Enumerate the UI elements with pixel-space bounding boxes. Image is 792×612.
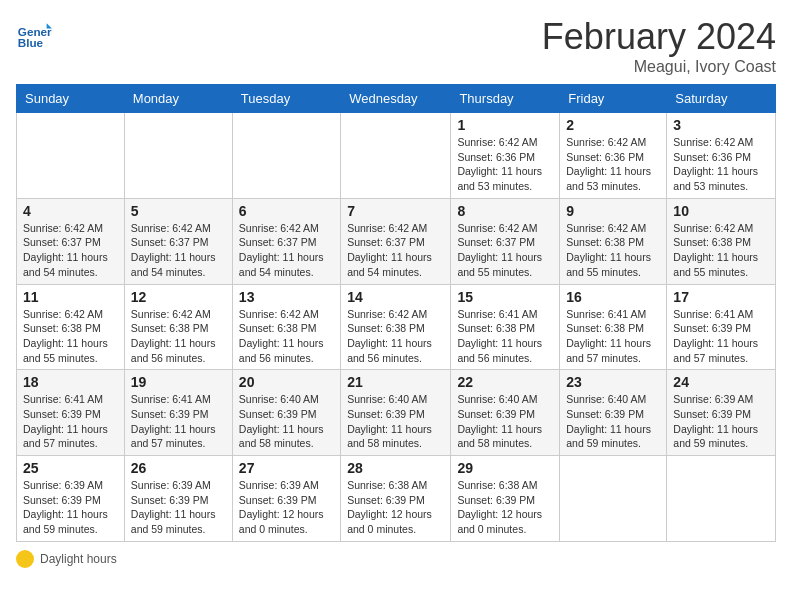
- day-info: Sunrise: 6:40 AM Sunset: 6:39 PM Dayligh…: [239, 392, 334, 451]
- calendar-cell: 3Sunrise: 6:42 AM Sunset: 6:36 PM Daylig…: [667, 113, 776, 199]
- calendar-cell: 27Sunrise: 6:39 AM Sunset: 6:39 PM Dayli…: [232, 456, 340, 542]
- calendar-cell: 7Sunrise: 6:42 AM Sunset: 6:37 PM Daylig…: [341, 198, 451, 284]
- calendar-cell: [667, 456, 776, 542]
- day-number: 14: [347, 289, 444, 305]
- calendar-cell: [17, 113, 125, 199]
- day-number: 13: [239, 289, 334, 305]
- day-number: 2: [566, 117, 660, 133]
- calendar-cell: 15Sunrise: 6:41 AM Sunset: 6:38 PM Dayli…: [451, 284, 560, 370]
- calendar-cell: [232, 113, 340, 199]
- calendar-cell: 22Sunrise: 6:40 AM Sunset: 6:39 PM Dayli…: [451, 370, 560, 456]
- day-number: 4: [23, 203, 118, 219]
- subtitle: Meagui, Ivory Coast: [542, 58, 776, 76]
- weekday-friday: Friday: [560, 85, 667, 113]
- day-info: Sunrise: 6:41 AM Sunset: 6:39 PM Dayligh…: [673, 307, 769, 366]
- day-info: Sunrise: 6:39 AM Sunset: 6:39 PM Dayligh…: [673, 392, 769, 451]
- footer-text: Daylight hours: [40, 552, 117, 566]
- day-info: Sunrise: 6:42 AM Sunset: 6:37 PM Dayligh…: [347, 221, 444, 280]
- week-row-1: 4Sunrise: 6:42 AM Sunset: 6:37 PM Daylig…: [17, 198, 776, 284]
- day-info: Sunrise: 6:41 AM Sunset: 6:38 PM Dayligh…: [566, 307, 660, 366]
- day-info: Sunrise: 6:41 AM Sunset: 6:39 PM Dayligh…: [131, 392, 226, 451]
- day-number: 26: [131, 460, 226, 476]
- calendar-cell: 12Sunrise: 6:42 AM Sunset: 6:38 PM Dayli…: [124, 284, 232, 370]
- day-info: Sunrise: 6:42 AM Sunset: 6:36 PM Dayligh…: [673, 135, 769, 194]
- day-number: 7: [347, 203, 444, 219]
- weekday-thursday: Thursday: [451, 85, 560, 113]
- day-info: Sunrise: 6:42 AM Sunset: 6:37 PM Dayligh…: [239, 221, 334, 280]
- calendar-cell: 18Sunrise: 6:41 AM Sunset: 6:39 PM Dayli…: [17, 370, 125, 456]
- day-number: 6: [239, 203, 334, 219]
- calendar-cell: 11Sunrise: 6:42 AM Sunset: 6:38 PM Dayli…: [17, 284, 125, 370]
- day-info: Sunrise: 6:42 AM Sunset: 6:36 PM Dayligh…: [457, 135, 553, 194]
- day-number: 19: [131, 374, 226, 390]
- calendar-cell: 1Sunrise: 6:42 AM Sunset: 6:36 PM Daylig…: [451, 113, 560, 199]
- page-header: General Blue February 2024 Meagui, Ivory…: [16, 16, 776, 76]
- day-number: 23: [566, 374, 660, 390]
- day-info: Sunrise: 6:38 AM Sunset: 6:39 PM Dayligh…: [347, 478, 444, 537]
- calendar-cell: 4Sunrise: 6:42 AM Sunset: 6:37 PM Daylig…: [17, 198, 125, 284]
- calendar-cell: [560, 456, 667, 542]
- calendar-cell: 26Sunrise: 6:39 AM Sunset: 6:39 PM Dayli…: [124, 456, 232, 542]
- day-info: Sunrise: 6:42 AM Sunset: 6:37 PM Dayligh…: [457, 221, 553, 280]
- weekday-wednesday: Wednesday: [341, 85, 451, 113]
- calendar-cell: 20Sunrise: 6:40 AM Sunset: 6:39 PM Dayli…: [232, 370, 340, 456]
- day-info: Sunrise: 6:42 AM Sunset: 6:38 PM Dayligh…: [23, 307, 118, 366]
- day-info: Sunrise: 6:39 AM Sunset: 6:39 PM Dayligh…: [23, 478, 118, 537]
- calendar-cell: 8Sunrise: 6:42 AM Sunset: 6:37 PM Daylig…: [451, 198, 560, 284]
- weekday-header-row: SundayMondayTuesdayWednesdayThursdayFrid…: [17, 85, 776, 113]
- day-info: Sunrise: 6:42 AM Sunset: 6:38 PM Dayligh…: [347, 307, 444, 366]
- calendar-cell: 5Sunrise: 6:42 AM Sunset: 6:37 PM Daylig…: [124, 198, 232, 284]
- day-number: 15: [457, 289, 553, 305]
- day-number: 27: [239, 460, 334, 476]
- day-number: 22: [457, 374, 553, 390]
- calendar-cell: 24Sunrise: 6:39 AM Sunset: 6:39 PM Dayli…: [667, 370, 776, 456]
- week-row-4: 25Sunrise: 6:39 AM Sunset: 6:39 PM Dayli…: [17, 456, 776, 542]
- day-number: 21: [347, 374, 444, 390]
- day-info: Sunrise: 6:40 AM Sunset: 6:39 PM Dayligh…: [347, 392, 444, 451]
- calendar-cell: 13Sunrise: 6:42 AM Sunset: 6:38 PM Dayli…: [232, 284, 340, 370]
- day-number: 25: [23, 460, 118, 476]
- day-info: Sunrise: 6:40 AM Sunset: 6:39 PM Dayligh…: [566, 392, 660, 451]
- calendar-cell: 9Sunrise: 6:42 AM Sunset: 6:38 PM Daylig…: [560, 198, 667, 284]
- calendar-cell: 14Sunrise: 6:42 AM Sunset: 6:38 PM Dayli…: [341, 284, 451, 370]
- day-number: 24: [673, 374, 769, 390]
- day-info: Sunrise: 6:40 AM Sunset: 6:39 PM Dayligh…: [457, 392, 553, 451]
- title-block: February 2024 Meagui, Ivory Coast: [542, 16, 776, 76]
- sun-icon: [16, 550, 34, 568]
- day-number: 11: [23, 289, 118, 305]
- svg-text:Blue: Blue: [18, 36, 44, 49]
- day-number: 17: [673, 289, 769, 305]
- calendar-cell: 2Sunrise: 6:42 AM Sunset: 6:36 PM Daylig…: [560, 113, 667, 199]
- weekday-tuesday: Tuesday: [232, 85, 340, 113]
- day-info: Sunrise: 6:39 AM Sunset: 6:39 PM Dayligh…: [239, 478, 334, 537]
- day-number: 18: [23, 374, 118, 390]
- day-info: Sunrise: 6:41 AM Sunset: 6:39 PM Dayligh…: [23, 392, 118, 451]
- weekday-sunday: Sunday: [17, 85, 125, 113]
- day-number: 5: [131, 203, 226, 219]
- calendar-cell: 21Sunrise: 6:40 AM Sunset: 6:39 PM Dayli…: [341, 370, 451, 456]
- day-number: 3: [673, 117, 769, 133]
- calendar-cell: 17Sunrise: 6:41 AM Sunset: 6:39 PM Dayli…: [667, 284, 776, 370]
- day-info: Sunrise: 6:42 AM Sunset: 6:37 PM Dayligh…: [23, 221, 118, 280]
- day-info: Sunrise: 6:42 AM Sunset: 6:38 PM Dayligh…: [131, 307, 226, 366]
- week-row-0: 1Sunrise: 6:42 AM Sunset: 6:36 PM Daylig…: [17, 113, 776, 199]
- day-number: 16: [566, 289, 660, 305]
- day-number: 10: [673, 203, 769, 219]
- day-number: 12: [131, 289, 226, 305]
- month-title: February 2024: [542, 16, 776, 58]
- calendar-cell: 16Sunrise: 6:41 AM Sunset: 6:38 PM Dayli…: [560, 284, 667, 370]
- calendar-cell: 6Sunrise: 6:42 AM Sunset: 6:37 PM Daylig…: [232, 198, 340, 284]
- logo-icon: General Blue: [16, 16, 52, 52]
- logo: General Blue: [16, 16, 56, 52]
- day-number: 1: [457, 117, 553, 133]
- day-info: Sunrise: 6:42 AM Sunset: 6:38 PM Dayligh…: [239, 307, 334, 366]
- calendar-cell: 25Sunrise: 6:39 AM Sunset: 6:39 PM Dayli…: [17, 456, 125, 542]
- day-info: Sunrise: 6:39 AM Sunset: 6:39 PM Dayligh…: [131, 478, 226, 537]
- day-number: 8: [457, 203, 553, 219]
- day-number: 29: [457, 460, 553, 476]
- week-row-3: 18Sunrise: 6:41 AM Sunset: 6:39 PM Dayli…: [17, 370, 776, 456]
- day-info: Sunrise: 6:42 AM Sunset: 6:37 PM Dayligh…: [131, 221, 226, 280]
- day-number: 28: [347, 460, 444, 476]
- day-info: Sunrise: 6:42 AM Sunset: 6:38 PM Dayligh…: [566, 221, 660, 280]
- weekday-monday: Monday: [124, 85, 232, 113]
